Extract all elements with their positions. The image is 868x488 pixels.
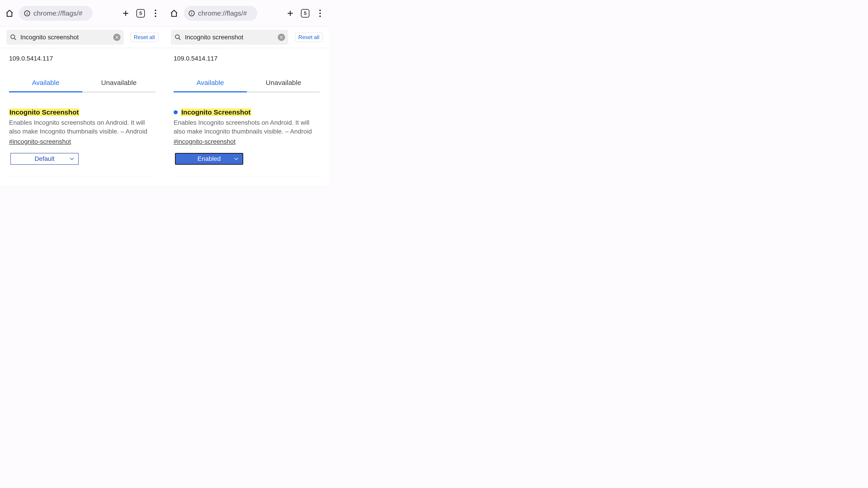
modified-indicator-dot [174, 110, 178, 114]
url-text: chrome://flags/# [198, 9, 247, 17]
flags-search-row: Incognito screenshot Reset all [0, 27, 164, 48]
flag-state-dropdown[interactable]: Enabled [175, 153, 243, 165]
x-icon [280, 35, 283, 39]
flags-search-input[interactable]: Incognito screenshot [171, 30, 288, 45]
reset-all-button[interactable]: Reset all [295, 33, 323, 42]
search-icon [175, 34, 181, 41]
address-bar[interactable]: chrome://flags/# [184, 6, 257, 21]
search-query-text: Incognito screenshot [185, 34, 274, 41]
tab-available[interactable]: Available [9, 76, 82, 92]
flags-search-row: Incognito screenshot Reset all [164, 27, 329, 48]
flag-hash-link[interactable]: #incognito-screenshot [174, 138, 236, 145]
pane-right: chrome://flags/# 5 Incognito screenshot … [164, 0, 329, 185]
flag-description: Enables Incognito screenshots on Android… [174, 119, 320, 136]
tab-count-badge: 5 [301, 9, 309, 18]
dropdown-value: Default [35, 155, 55, 162]
svg-line-9 [14, 38, 16, 40]
chrome-version: 109.0.5414.117 [9, 55, 156, 62]
kebab-icon [319, 9, 321, 17]
tab-switcher-button[interactable]: 5 [135, 8, 146, 18]
home-button[interactable] [169, 9, 179, 18]
flag-item: Incognito Screenshot Enables Incognito s… [9, 108, 156, 176]
chevron-down-icon [234, 157, 239, 160]
new-tab-button[interactable] [121, 8, 131, 18]
svg-point-8 [11, 35, 15, 39]
flags-content: 109.0.5414.117 Available Unavailable Inc… [164, 48, 329, 185]
flags-tabs: Available Unavailable [174, 76, 320, 92]
flags-content: 109.0.5414.117 Available Unavailable Inc… [0, 48, 164, 185]
url-text: chrome://flags/# [33, 9, 83, 17]
site-info-icon[interactable] [24, 10, 30, 17]
tab-unavailable[interactable]: Unavailable [82, 76, 156, 92]
browser-topbar: chrome://flags/# 5 [164, 0, 329, 27]
flag-description: Enables Incognito screenshots on Android… [9, 119, 156, 136]
tab-unavailable[interactable]: Unavailable [247, 76, 320, 92]
tab-count-badge: 5 [136, 9, 145, 18]
pane-left: chrome://flags/# 5 Incognito screenshot … [0, 0, 164, 185]
svg-point-20 [176, 35, 180, 39]
overflow-menu-button[interactable] [315, 8, 325, 18]
home-icon [170, 9, 178, 18]
dropdown-value: Enabled [197, 155, 221, 162]
plus-icon [286, 9, 294, 17]
reset-all-button[interactable]: Reset all [130, 33, 158, 42]
flag-state-dropdown[interactable]: Default [10, 153, 79, 165]
kebab-icon [155, 9, 156, 17]
new-tab-button[interactable] [285, 8, 295, 18]
flag-hash-link[interactable]: #incognito-screenshot [9, 138, 71, 145]
flags-search-input[interactable]: Incognito screenshot [6, 30, 124, 45]
svg-point-5 [155, 9, 156, 11]
browser-topbar: chrome://flags/# 5 [0, 0, 164, 27]
tab-switcher-button[interactable]: 5 [300, 8, 310, 18]
site-info-icon[interactable] [188, 10, 195, 17]
tab-available[interactable]: Available [174, 76, 247, 92]
chevron-down-icon [70, 157, 74, 160]
home-button[interactable] [5, 9, 14, 18]
address-bar[interactable]: chrome://flags/# [19, 6, 93, 21]
x-icon [115, 35, 119, 39]
svg-point-7 [155, 15, 156, 17]
clear-search-button[interactable] [113, 34, 121, 41]
svg-point-19 [319, 15, 321, 17]
svg-line-21 [179, 38, 181, 40]
overflow-menu-button[interactable] [151, 8, 160, 18]
flag-item: Incognito Screenshot Enables Incognito s… [174, 108, 320, 176]
svg-point-2 [27, 12, 28, 12]
flags-tabs: Available Unavailable [9, 76, 156, 92]
clear-search-button[interactable] [278, 34, 285, 41]
svg-point-17 [319, 9, 321, 11]
svg-point-14 [191, 12, 192, 12]
svg-point-18 [319, 12, 321, 14]
home-icon [5, 9, 13, 18]
chrome-version: 109.0.5414.117 [174, 55, 320, 62]
search-query-text: Incognito screenshot [20, 34, 110, 41]
flag-title: Incognito Screenshot [181, 108, 251, 116]
flag-title: Incognito Screenshot [9, 108, 79, 116]
search-icon [10, 34, 17, 41]
svg-point-6 [155, 12, 156, 14]
plus-icon [122, 9, 129, 17]
